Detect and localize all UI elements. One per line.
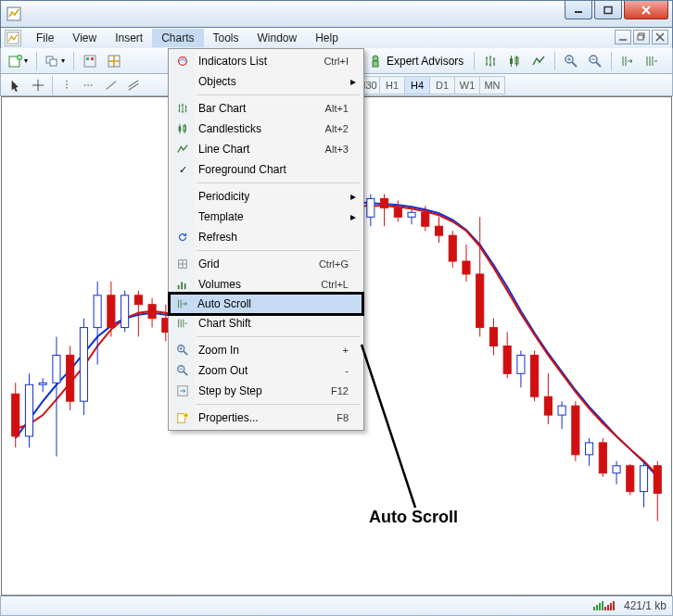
svg-rect-107 xyxy=(503,346,511,374)
menu-item-label: Refresh xyxy=(198,231,362,244)
menu-item-foreground-chart[interactable]: Foreground Chart xyxy=(171,159,362,180)
menu-insert[interactable]: Insert xyxy=(106,29,152,47)
menu-item-label: Properties... xyxy=(198,411,336,424)
svg-rect-12 xyxy=(86,57,89,60)
window-maximize-button[interactable] xyxy=(594,1,622,19)
chart-shift-button[interactable] xyxy=(641,51,663,71)
svg-rect-119 xyxy=(586,443,593,455)
svg-rect-111 xyxy=(531,355,539,396)
menu-item-bar-chart[interactable]: Bar ChartAlt+1 xyxy=(171,98,362,119)
menu-item-template[interactable]: Template▸ xyxy=(171,207,362,227)
menu-item-volumes[interactable]: VolumesCtrl+L xyxy=(171,274,362,295)
submenu-arrow-icon: ▸ xyxy=(350,210,356,223)
menu-item-line-chart[interactable]: Line ChartAlt+3 xyxy=(171,139,362,159)
mdi-restore-button[interactable] xyxy=(633,30,650,44)
menu-item-periodicity[interactable]: Periodicity▸ xyxy=(171,186,362,207)
crosshair-tool[interactable] xyxy=(27,76,49,94)
svg-point-130 xyxy=(179,57,187,66)
charts-menu-dropdown: Indicators ListCtrl+IObjects▸Bar ChartAl… xyxy=(168,48,364,431)
channel-tool[interactable] xyxy=(122,76,145,94)
navigator-button[interactable] xyxy=(103,51,125,71)
menu-item-step-by-step[interactable]: Step by StepF12 xyxy=(171,381,362,401)
svg-rect-137 xyxy=(184,283,186,289)
connection-icon xyxy=(593,601,615,610)
menu-item-indicators-list[interactable]: Indicators ListCtrl+I xyxy=(171,51,362,71)
blank-icon xyxy=(175,74,190,89)
svg-rect-117 xyxy=(572,406,579,455)
svg-rect-2 xyxy=(604,6,612,13)
svg-rect-10 xyxy=(50,59,57,66)
expert-advisors-icon xyxy=(368,54,383,69)
bar-chart-button[interactable] xyxy=(479,51,502,71)
line-chart-button[interactable] xyxy=(527,51,550,71)
menu-item-refresh[interactable]: Refresh xyxy=(171,227,362,247)
svg-rect-136 xyxy=(181,282,183,289)
cursor-tool[interactable] xyxy=(5,76,27,94)
menu-item-properties[interactable]: Properties...F8 xyxy=(171,408,362,428)
grid-icon xyxy=(175,257,190,271)
menu-charts[interactable]: Charts xyxy=(152,29,203,47)
market-watch-button[interactable] xyxy=(79,51,101,71)
menu-item-label: Indicators List xyxy=(198,55,324,68)
network-status-label: 421/1 kb xyxy=(624,599,667,612)
zoom-out-button[interactable] xyxy=(584,51,606,71)
menu-view[interactable]: View xyxy=(63,29,106,47)
timeframe-mn[interactable]: MN xyxy=(479,76,505,94)
trendline-tool[interactable] xyxy=(100,76,122,94)
svg-rect-97 xyxy=(435,226,442,235)
app-system-icon xyxy=(6,6,21,21)
menu-tools[interactable]: Tools xyxy=(204,29,248,47)
svg-rect-6 xyxy=(638,35,643,40)
check-icon xyxy=(175,162,190,177)
auto-scroll-button[interactable] xyxy=(616,51,639,71)
svg-rect-123 xyxy=(613,466,620,473)
auto-scroll-icon xyxy=(175,296,190,311)
svg-rect-91 xyxy=(394,207,401,217)
svg-point-19 xyxy=(373,56,378,61)
menu-item-auto-scroll[interactable]: Auto Scroll xyxy=(170,294,362,314)
svg-rect-95 xyxy=(422,212,429,226)
expert-advisors-label: Expert Advisors xyxy=(387,55,463,68)
menu-file[interactable]: File xyxy=(27,29,63,47)
svg-rect-105 xyxy=(489,328,497,346)
svg-rect-47 xyxy=(94,295,101,328)
window-minimize-button[interactable] xyxy=(565,1,592,19)
menu-item-label: Auto Scroll xyxy=(197,297,362,310)
volumes-icon xyxy=(175,277,190,292)
menu-item-candlesticks[interactable]: CandlesticksAlt+2 xyxy=(171,119,362,139)
horizontal-line-tool[interactable] xyxy=(78,76,100,94)
candlestick-button[interactable] xyxy=(503,51,526,71)
timeframe-w1[interactable]: W1 xyxy=(454,76,480,94)
menu-item-zoom-out[interactable]: Zoom Out- xyxy=(171,360,362,381)
svg-rect-35 xyxy=(12,394,19,436)
mdi-close-button[interactable] xyxy=(652,30,668,44)
profiles-button[interactable]: ▾ xyxy=(42,51,69,71)
menu-item-objects[interactable]: Objects▸ xyxy=(171,71,362,92)
new-chart-button[interactable]: ▾ xyxy=(5,51,32,71)
menu-item-label: Grid xyxy=(198,258,319,270)
vertical-line-tool[interactable] xyxy=(56,76,78,94)
svg-rect-87 xyxy=(367,198,375,217)
menu-item-label: Objects xyxy=(198,75,362,88)
menu-item-zoom-in[interactable]: Zoom In+ xyxy=(171,340,362,360)
submenu-arrow-icon: ▸ xyxy=(350,75,356,88)
svg-rect-49 xyxy=(108,295,115,328)
menu-help[interactable]: Help xyxy=(306,29,348,47)
line-chart-icon xyxy=(175,142,190,157)
menu-item-grid[interactable]: GridCtrl+G xyxy=(171,254,362,274)
menu-item-chart-shift[interactable]: Chart Shift xyxy=(171,313,362,333)
mdi-minimize-button[interactable] xyxy=(615,30,631,44)
refresh-icon xyxy=(175,230,190,245)
expert-advisors-button[interactable]: Expert Advisors xyxy=(362,54,469,69)
svg-rect-13 xyxy=(91,57,94,60)
window-close-button[interactable] xyxy=(624,1,668,19)
timeframe-d1[interactable]: D1 xyxy=(429,76,455,94)
timeframe-h4[interactable]: H4 xyxy=(404,76,430,94)
svg-rect-89 xyxy=(381,198,388,207)
menu-window[interactable]: Window xyxy=(248,29,307,47)
timeframe-h1[interactable]: H1 xyxy=(379,76,405,94)
svg-rect-11 xyxy=(84,56,95,67)
zoom-in-button[interactable] xyxy=(560,51,582,71)
blank-icon xyxy=(175,189,190,204)
menu-item-label: Periodicity xyxy=(198,190,362,203)
